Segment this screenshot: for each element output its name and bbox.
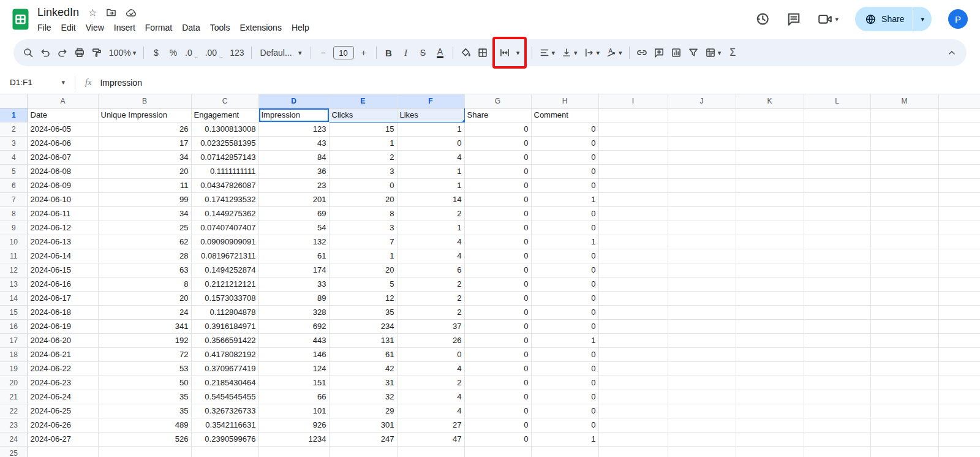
zoom-menu[interactable]: 100% ▾ bbox=[105, 43, 140, 62]
cell-C19[interactable]: 0.3709677419 bbox=[191, 361, 258, 376]
cell-G18[interactable]: 0 bbox=[464, 347, 531, 361]
cell-N3[interactable] bbox=[938, 136, 980, 150]
cell-M25[interactable] bbox=[870, 446, 938, 457]
cell-K12[interactable] bbox=[736, 263, 804, 277]
row-header-2[interactable]: 2 bbox=[0, 122, 28, 136]
cell-E11[interactable]: 1 bbox=[329, 249, 397, 263]
cell-H24[interactable]: 1 bbox=[531, 432, 598, 446]
cell-B4[interactable]: 34 bbox=[98, 150, 191, 164]
cell-F7[interactable]: 14 bbox=[397, 192, 464, 206]
undo-button[interactable] bbox=[37, 43, 54, 62]
cell-K2[interactable] bbox=[736, 122, 804, 136]
cell-F18[interactable]: 0 bbox=[397, 347, 464, 361]
paint-format-button[interactable] bbox=[88, 43, 105, 62]
cell-C25[interactable] bbox=[191, 446, 258, 457]
cell-N9[interactable] bbox=[938, 221, 980, 235]
cell-F17[interactable]: 26 bbox=[397, 333, 464, 347]
cell-K13[interactable] bbox=[736, 277, 804, 291]
cell-E17[interactable]: 131 bbox=[329, 333, 397, 347]
cell-C14[interactable]: 0.1573033708 bbox=[191, 291, 258, 305]
cell-M1[interactable] bbox=[870, 108, 938, 122]
cell-F1[interactable]: Likes bbox=[397, 108, 464, 122]
cell-I1[interactable] bbox=[598, 108, 668, 122]
cell-K24[interactable] bbox=[736, 432, 804, 446]
cell-L24[interactable] bbox=[804, 432, 870, 446]
vertical-align-menu[interactable]: ▾ bbox=[558, 43, 581, 62]
cell-A24[interactable]: 2024-06-27 bbox=[28, 432, 98, 446]
italic-button[interactable]: I bbox=[398, 43, 415, 62]
cell-D1[interactable]: Impression bbox=[258, 108, 329, 122]
cell-M19[interactable] bbox=[870, 361, 938, 376]
row-header-11[interactable]: 11 bbox=[0, 249, 28, 263]
row-header-17[interactable]: 17 bbox=[0, 333, 28, 347]
cell-I14[interactable] bbox=[598, 291, 668, 305]
cell-A19[interactable]: 2024-06-22 bbox=[28, 361, 98, 376]
cell-D23[interactable]: 926 bbox=[258, 418, 329, 432]
create-filter-button[interactable] bbox=[685, 43, 702, 62]
cell-J1[interactable] bbox=[668, 108, 736, 122]
cell-M23[interactable] bbox=[870, 418, 938, 432]
cell-F20[interactable]: 2 bbox=[397, 376, 464, 390]
cell-H22[interactable]: 0 bbox=[531, 404, 598, 418]
cell-L19[interactable] bbox=[804, 361, 870, 376]
cell-N6[interactable] bbox=[938, 178, 980, 192]
cell-C22[interactable]: 0.3267326733 bbox=[191, 404, 258, 418]
menu-file[interactable]: File bbox=[32, 21, 56, 34]
cell-K19[interactable] bbox=[736, 361, 804, 376]
cell-H13[interactable]: 0 bbox=[531, 277, 598, 291]
cell-H11[interactable]: 0 bbox=[531, 249, 598, 263]
cell-J19[interactable] bbox=[668, 361, 736, 376]
cell-A15[interactable]: 2024-06-18 bbox=[28, 305, 98, 319]
share-button[interactable]: Share ▾ bbox=[855, 7, 932, 31]
cell-B3[interactable]: 17 bbox=[98, 136, 191, 150]
cell-L21[interactable] bbox=[804, 390, 870, 404]
cell-J17[interactable] bbox=[668, 333, 736, 347]
cell-L17[interactable] bbox=[804, 333, 870, 347]
cell-L23[interactable] bbox=[804, 418, 870, 432]
increase-font-size-button[interactable]: + bbox=[355, 43, 372, 62]
cell-G11[interactable]: 0 bbox=[464, 249, 531, 263]
cell-I6[interactable] bbox=[598, 178, 668, 192]
row-header-18[interactable]: 18 bbox=[0, 347, 28, 361]
cell-N12[interactable] bbox=[938, 263, 980, 277]
row-header-4[interactable]: 4 bbox=[0, 150, 28, 164]
cell-A17[interactable]: 2024-06-20 bbox=[28, 333, 98, 347]
cell-G12[interactable]: 0 bbox=[464, 263, 531, 277]
cell-L4[interactable] bbox=[804, 150, 870, 164]
cell-E7[interactable]: 20 bbox=[329, 192, 397, 206]
cell-H15[interactable]: 0 bbox=[531, 305, 598, 319]
row-header-12[interactable]: 12 bbox=[0, 263, 28, 277]
cell-D11[interactable]: 61 bbox=[258, 249, 329, 263]
cell-J7[interactable] bbox=[668, 192, 736, 206]
row-header-19[interactable]: 19 bbox=[0, 361, 28, 376]
column-header-A[interactable]: A bbox=[28, 94, 98, 108]
cell-N10[interactable] bbox=[938, 235, 980, 249]
cell-D18[interactable]: 146 bbox=[258, 347, 329, 361]
cell-D17[interactable]: 443 bbox=[258, 333, 329, 347]
cell-D14[interactable]: 89 bbox=[258, 291, 329, 305]
cell-E19[interactable]: 42 bbox=[329, 361, 397, 376]
cell-C23[interactable]: 0.3542116631 bbox=[191, 418, 258, 432]
formula-input[interactable]: Impression bbox=[100, 78, 141, 88]
cell-D21[interactable]: 66 bbox=[258, 390, 329, 404]
cell-E4[interactable]: 2 bbox=[329, 150, 397, 164]
cell-J6[interactable] bbox=[668, 178, 736, 192]
star-icon[interactable]: ☆ bbox=[88, 8, 97, 18]
cell-J3[interactable] bbox=[668, 136, 736, 150]
cell-M11[interactable] bbox=[870, 249, 938, 263]
select-all-corner[interactable] bbox=[0, 94, 28, 108]
cell-F10[interactable]: 4 bbox=[397, 235, 464, 249]
cell-L14[interactable] bbox=[804, 291, 870, 305]
insert-link-button[interactable] bbox=[633, 43, 650, 62]
cell-K8[interactable] bbox=[736, 206, 804, 221]
cell-K10[interactable] bbox=[736, 235, 804, 249]
cell-D13[interactable]: 33 bbox=[258, 277, 329, 291]
cell-J14[interactable] bbox=[668, 291, 736, 305]
cell-C10[interactable]: 0.09090909091 bbox=[191, 235, 258, 249]
cell-C21[interactable]: 0.5454545455 bbox=[191, 390, 258, 404]
cell-C2[interactable]: 0.1300813008 bbox=[191, 122, 258, 136]
row-header-14[interactable]: 14 bbox=[0, 291, 28, 305]
document-title[interactable]: LinkedIn bbox=[37, 6, 79, 19]
decrease-font-size-button[interactable]: − bbox=[315, 43, 332, 62]
cell-A13[interactable]: 2024-06-16 bbox=[28, 277, 98, 291]
